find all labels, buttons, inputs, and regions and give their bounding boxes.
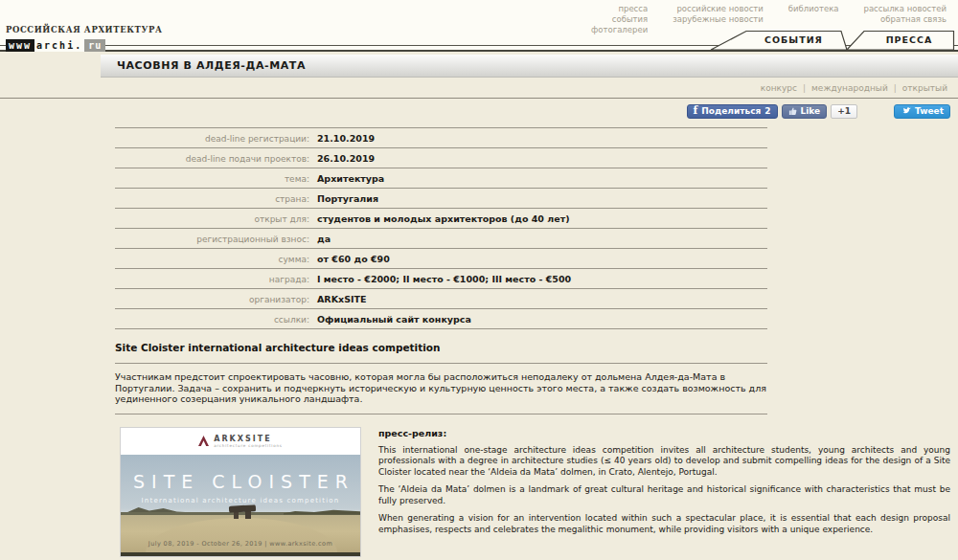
table-row: тема: Архитектура [115,168,767,188]
facebook-share-label: Поделиться [701,106,761,116]
table-row: ссылки: Официальный сайт конкурса [115,308,767,328]
site-header: пресса события фотогалереи российские но… [0,0,958,52]
article-heading: Site Cloister international architecture… [115,342,958,353]
row-label: dead-line регистрации: [115,134,309,144]
row-label: ссылки: [115,315,309,325]
row-label: dead-line подачи проектов: [115,154,309,164]
table-row: сумма: от €60 до €90 [115,248,767,268]
thumbs-up-icon [788,107,797,116]
poster-subtitle: International architecture ideas competi… [121,497,360,504]
article-intro: Участникам предстоит спроектировать часо… [115,371,781,405]
divider [115,363,767,364]
filter-open[interactable]: открытый [897,83,953,93]
poster-logo-name: ARKXSITE [214,435,282,443]
row-label: сумма: [115,255,309,264]
google-plus-one-button[interactable]: +1 [831,104,857,119]
tab-press[interactable]: ПРЕССА [864,34,954,45]
press-release-paragraph: The ‘Aldeia da Mata’ dolmen is a landmar… [378,484,950,506]
row-value: Португалия [317,193,378,204]
poster-logo-subtext: architecture competitions [214,443,282,448]
nav-link-russian-news[interactable]: российские новости [673,4,764,14]
facebook-icon: f [694,106,698,116]
row-value: да [317,234,331,244]
dolmen-capstone [229,504,256,512]
table-row: организатор: ARKxSITE [115,288,767,308]
press-release: пресс-релиз: This international one-stag… [378,427,950,557]
arkxsite-logo-icon [198,436,209,446]
table-row: dead-line подачи проектов: 26.10.2019 [115,147,767,168]
row-value: Архитектура [317,173,384,184]
logo-archi-text: archi. [34,39,84,52]
official-site-link[interactable]: Официальный сайт конкурса [317,314,471,325]
logo-url: www archi. ru [6,39,105,52]
table-row: открыт для: студентов и молодых архитект… [115,208,767,228]
poster-header-band: ARKXSITE architecture competitions [121,428,360,455]
row-value: от €60 до €90 [317,254,390,264]
like-button[interactable]: Like [782,104,828,119]
tweet-button[interactable]: Tweet [894,104,950,119]
row-label: награда: [115,275,309,284]
press-release-label: пресс-релиз: [378,428,950,438]
table-row: награда: I место - €2000; II место - €10… [115,268,767,288]
poster-bottom-strip [121,552,360,556]
row-value: 26.10.2019 [317,153,375,164]
facebook-share-count: 2 [764,106,770,116]
table-row: регистрационный взнос: да [115,228,767,248]
poster-title: SITE CLOISTER [121,471,360,492]
nav-link-feedback[interactable]: обратная связь [864,14,947,25]
social-buttons: f Поделиться 2 Like +1 Tweet [0,103,950,119]
row-label: открыт для: [115,214,309,224]
competition-details-table: dead-line регистрации: 21.10.2019 dead-l… [115,127,767,329]
nav-link-fotogalerei[interactable]: фотогалереи [591,25,648,35]
press-release-paragraph: When generating a vision for an interven… [378,513,950,535]
content-top-rule [0,98,958,99]
nav-link-newsletter[interactable]: рассылка новостей [864,4,947,14]
table-row: dead-line регистрации: 21.10.2019 [115,127,767,147]
page-title: ЧАСОВНЯ В АЛДЕЯ-ДА-МАТА [117,59,306,72]
nav-link-pressa[interactable]: пресса [591,4,648,14]
nav-link-library[interactable]: библиотека [788,4,839,14]
row-value: ARKxSITE [317,294,367,304]
poster-dates: July 08, 2019 - October 26, 2019 | www.a… [121,540,360,548]
row-value: I место - €2000; II место - €1000; III м… [317,274,571,284]
poster-photo: SITE CLOISTER International architecture… [121,455,360,556]
page-title-bar: ЧАСОВНЯ В АЛДЕЯ-ДА-МАТА [101,55,958,78]
logo-www-box: www [6,39,34,52]
nav-link-sobytiya[interactable]: события [591,14,648,25]
logo-ru-box: ru [84,39,105,52]
filter-konkurs[interactable]: конкурс [755,83,803,93]
filter-international[interactable]: международный [806,83,894,93]
row-value: 21.10.2019 [317,133,375,144]
facebook-share-button[interactable]: f Поделиться 2 [687,104,778,119]
table-row: страна: Португалия [115,188,767,208]
row-label: тема: [115,174,309,184]
twitter-bird-icon [901,107,911,116]
row-label: страна: [115,194,309,204]
row-value: студентов и молодых архитекторов (до 40 … [317,213,570,224]
row-label: организатор: [115,295,309,304]
article-body: ARKXSITE architecture competitions SITE … [0,427,958,557]
plus-one-label: +1 [837,106,851,116]
nav-link-foreign-news[interactable]: зарубежные новости [673,14,764,25]
competition-poster-image[interactable]: ARKXSITE architecture competitions SITE … [120,427,361,557]
logo-tagline: РОССИЙСКАЯ АРХИТЕКТУРА [6,25,162,34]
topnav-column-1: пресса события фотогалереи [591,4,648,35]
divider [115,414,767,414]
filter-links: конкурс|международный|открытый [0,78,958,98]
like-label: Like [801,106,821,116]
row-label: регистрационный взнос: [115,235,309,244]
tab-events[interactable]: СОБЫТИЯ [746,34,841,45]
press-release-paragraph: This international one-stage architectur… [378,445,950,479]
poster-logo-text: ARKXSITE architecture competitions [214,435,282,448]
site-logo[interactable]: РОССИЙСКАЯ АРХИТЕКТУРА www archi. ru [6,25,162,53]
tweet-label: Tweet [915,106,944,116]
